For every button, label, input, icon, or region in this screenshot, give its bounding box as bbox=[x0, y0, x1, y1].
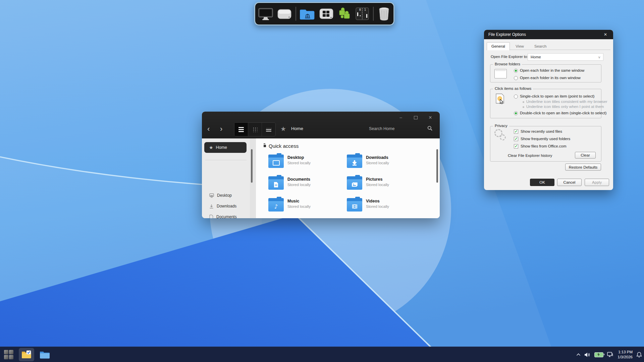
ok-button[interactable]: OK bbox=[530, 179, 554, 186]
sidebar-item-desktop[interactable]: Desktop bbox=[202, 191, 250, 200]
windows-drive-icon[interactable] bbox=[319, 7, 334, 20]
click-items-group: Click items as follows Single-click to o… bbox=[490, 89, 601, 118]
open-to-value: Home bbox=[531, 55, 541, 59]
checkbox-recent-files[interactable]: ✓ bbox=[514, 129, 518, 134]
browse-folders-icon bbox=[494, 69, 507, 78]
trash-icon[interactable] bbox=[377, 7, 391, 21]
videos-folder-icon bbox=[347, 198, 362, 212]
radio-own-window[interactable] bbox=[514, 76, 518, 80]
file-explorer-window: – ✕ ‹ › ★ Home Search Home ★ Home bbox=[202, 112, 440, 218]
section-bullet-icon bbox=[264, 145, 266, 147]
radio-same-window[interactable] bbox=[514, 69, 518, 73]
file-item-documents[interactable]: Documents Stored locally bbox=[268, 176, 340, 195]
radio-double-click[interactable] bbox=[514, 111, 518, 115]
file-item-desktop[interactable]: Desktop Stored locally bbox=[268, 155, 340, 173]
taskbar-app-file-explorer[interactable] bbox=[37, 348, 52, 361]
maximize-button[interactable] bbox=[411, 114, 421, 121]
network-icon[interactable] bbox=[607, 352, 614, 358]
checkbox-recent-files-label[interactable]: Show recently used files bbox=[521, 129, 562, 133]
pictures-folder-icon bbox=[347, 176, 362, 190]
folder-options-icon bbox=[21, 350, 32, 359]
maximize-icon bbox=[414, 116, 418, 119]
compact-view-button[interactable] bbox=[262, 123, 275, 136]
radio-same-window-label[interactable]: Open each folder in the same window bbox=[520, 68, 584, 72]
dialog-close-button[interactable]: ✕ bbox=[601, 30, 610, 39]
computer-monitor-icon[interactable] bbox=[258, 7, 273, 20]
favorite-star-icon[interactable]: ★ bbox=[280, 125, 286, 133]
home-folder-icon[interactable] bbox=[300, 7, 315, 20]
sidebar-item-home[interactable]: ★ Home bbox=[204, 142, 247, 153]
radio-single-click[interactable] bbox=[514, 95, 518, 99]
sidebar-item-label: Downloads bbox=[217, 204, 236, 208]
taskbar-app-folder-options[interactable] bbox=[19, 348, 34, 361]
pong-game-icon[interactable]: 01 bbox=[355, 7, 369, 20]
tab-general[interactable]: General bbox=[487, 42, 510, 50]
clear-button[interactable]: Clear bbox=[575, 152, 596, 159]
file-item-videos[interactable]: Videos Stored locally bbox=[347, 198, 419, 217]
restore-defaults-button[interactable]: Restore Defaults bbox=[565, 164, 601, 171]
close-button[interactable]: ✕ bbox=[425, 114, 435, 121]
documents-icon bbox=[209, 215, 213, 218]
svg-text:0: 0 bbox=[359, 8, 361, 11]
browse-folders-group: Browse folders Open each folder in the s… bbox=[490, 64, 601, 82]
list-view-button[interactable] bbox=[234, 123, 248, 136]
hard-drive-icon[interactable] bbox=[277, 7, 292, 20]
start-button[interactable] bbox=[4, 350, 13, 359]
checkbox-office-files-label[interactable]: Show files from Office.com bbox=[521, 144, 567, 148]
file-item-downloads[interactable]: Downloads Stored locally bbox=[347, 155, 419, 173]
tab-search[interactable]: Search bbox=[530, 42, 551, 50]
sidebar-item-downloads[interactable]: Downloads bbox=[202, 201, 250, 211]
gear-icon bbox=[500, 134, 506, 140]
notifications-bell-icon[interactable] bbox=[636, 352, 642, 358]
radio-double-click-label[interactable]: Double-click to open an item (single-cli… bbox=[520, 111, 606, 115]
search-input[interactable]: Search Home bbox=[369, 126, 399, 131]
grid-view-button[interactable] bbox=[248, 123, 262, 136]
tray-expand-icon[interactable] bbox=[576, 353, 581, 356]
content-scrollbar-thumb[interactable] bbox=[436, 149, 438, 183]
file-explorer-icon bbox=[40, 351, 50, 359]
checkbox-office-files[interactable]: ✓ bbox=[514, 144, 518, 148]
cancel-button[interactable]: Cancel bbox=[557, 179, 582, 186]
tab-view[interactable]: View bbox=[511, 42, 529, 50]
dock-separator bbox=[296, 7, 296, 21]
open-to-label: Open File Explorer to: bbox=[491, 55, 528, 59]
system-tray: 1:13 PM 1/3/2026 bbox=[576, 347, 642, 362]
radio-own-window-label[interactable]: Open each folder in its own window bbox=[520, 76, 581, 80]
section-header[interactable]: Quick access bbox=[264, 143, 299, 149]
back-button[interactable]: ‹ bbox=[207, 124, 210, 134]
sidebar-item-label: Desktop bbox=[217, 193, 232, 198]
volume-icon[interactable] bbox=[584, 352, 591, 357]
documents-folder-icon bbox=[268, 176, 284, 190]
sidebar-item-label: Documents bbox=[216, 215, 237, 218]
desktop-folder-icon bbox=[268, 155, 284, 168]
radio-single-click-label[interactable]: Single-click to open an item (point to s… bbox=[520, 94, 594, 98]
sidebar-scrollbar-thumb[interactable] bbox=[251, 149, 253, 183]
checkbox-frequent-folders-label[interactable]: Show frequently used folders bbox=[521, 137, 570, 141]
explorer-sidebar: ★ Home Desktop Downloads Documents Pictu… bbox=[202, 138, 250, 218]
section-title: Quick access bbox=[269, 143, 299, 149]
dock-separator bbox=[373, 7, 374, 21]
file-item-music[interactable]: ♪ Music Stored locally bbox=[268, 198, 340, 217]
click-items-icon bbox=[496, 94, 505, 106]
sidebar-item-documents[interactable]: Documents bbox=[202, 212, 250, 218]
forward-button[interactable]: › bbox=[220, 124, 222, 134]
privacy-group: Privacy ✓ Show recently used files ✓ Sho… bbox=[490, 126, 601, 162]
search-icon[interactable] bbox=[427, 126, 432, 132]
apply-button[interactable]: Apply bbox=[585, 179, 609, 186]
clock-date: 1/3/2026 bbox=[618, 355, 633, 359]
clock-time: 1:13 PM bbox=[618, 350, 633, 354]
file-item-pictures[interactable]: Pictures Stored locally bbox=[347, 176, 419, 195]
minimize-button[interactable]: – bbox=[396, 114, 406, 121]
checkbox-frequent-folders[interactable]: ✓ bbox=[514, 137, 518, 141]
taskbar-clock[interactable]: 1:13 PM 1/3/2026 bbox=[618, 350, 633, 360]
underline-point-label: Underline icon titles only when I point … bbox=[526, 105, 604, 109]
puzzle-icon[interactable] bbox=[337, 7, 352, 20]
desktop: 01 – ✕ ‹ › ★ Home Search Home bbox=[0, 0, 644, 362]
underline-browser-label: Underline icon titles consistent with my… bbox=[526, 100, 607, 104]
dialog-title: File Explorer Options bbox=[488, 32, 526, 37]
address-breadcrumb[interactable]: Home bbox=[291, 126, 303, 131]
battery-icon[interactable] bbox=[594, 352, 603, 357]
downloads-icon bbox=[209, 204, 214, 208]
open-to-dropdown[interactable]: Home ˅ bbox=[528, 53, 603, 61]
dock: 01 bbox=[254, 2, 394, 25]
